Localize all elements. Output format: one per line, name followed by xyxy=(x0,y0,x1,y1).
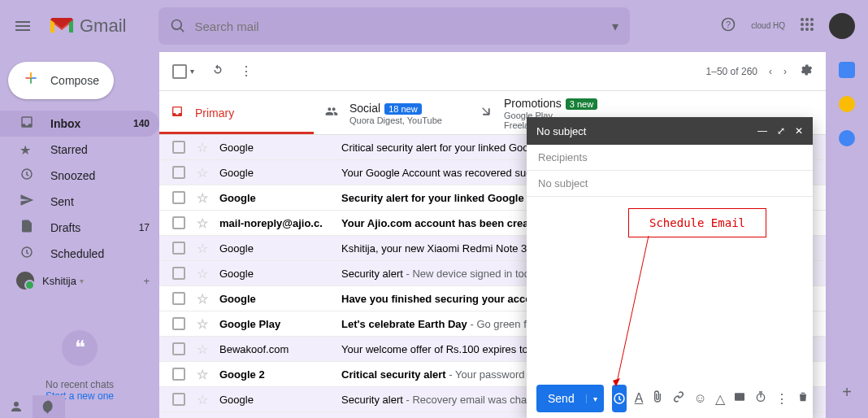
sidebar-item-inbox[interactable]: Inbox140 xyxy=(0,111,159,137)
sender: mail-noreply@ajio.c. xyxy=(219,217,341,229)
sidebar-item-starred[interactable]: ★Starred xyxy=(0,137,159,163)
select-dropdown-icon[interactable]: ▾ xyxy=(190,67,194,76)
subject-field[interactable]: No subject xyxy=(527,171,813,197)
add-contact-icon[interactable]: + xyxy=(143,275,150,287)
plus-icon xyxy=(23,70,39,91)
sidebar-item-drafts[interactable]: Drafts17 xyxy=(0,215,159,241)
schedule-email-button[interactable] xyxy=(612,385,627,412)
formatting-icon[interactable]: A xyxy=(635,391,644,406)
star-icon[interactable]: ☆ xyxy=(197,291,208,307)
select-all-checkbox[interactable] xyxy=(172,64,187,79)
attach-icon[interactable] xyxy=(651,390,664,407)
logo-text: Gmail xyxy=(80,15,126,37)
sidebar-item-scheduled[interactable]: Scheduled xyxy=(0,241,159,267)
star-icon[interactable]: ☆ xyxy=(197,241,208,256)
star-icon[interactable]: ☆ xyxy=(197,266,208,281)
sched-icon xyxy=(20,245,36,263)
close-icon[interactable]: ✕ xyxy=(795,125,803,137)
sidebar-label: Starred xyxy=(50,143,88,156)
settings-icon[interactable] xyxy=(798,63,813,80)
cloudhq-label[interactable]: cloud HQ xyxy=(751,22,785,30)
row-checkbox[interactable] xyxy=(172,342,185,355)
send-button[interactable]: Send ▾ xyxy=(536,385,604,412)
compose-button[interactable]: Compose xyxy=(8,62,114,99)
star-icon[interactable]: ☆ xyxy=(197,392,208,407)
keep-icon[interactable] xyxy=(839,96,855,112)
minimize-icon[interactable]: — xyxy=(757,125,767,137)
menu-icon[interactable] xyxy=(13,16,33,36)
row-checkbox[interactable] xyxy=(172,267,185,280)
star-icon: ★ xyxy=(20,142,36,158)
tab-icon xyxy=(171,105,184,121)
row-checkbox[interactable] xyxy=(172,166,185,179)
refresh-icon[interactable] xyxy=(210,63,225,81)
row-checkbox[interactable] xyxy=(172,292,185,305)
row-checkbox[interactable] xyxy=(172,141,185,154)
link-icon[interactable] xyxy=(672,390,685,407)
send-icon xyxy=(20,193,36,211)
tab-badge: 18 new xyxy=(384,103,421,115)
hangouts-tab-icon[interactable] xyxy=(33,395,65,418)
row-checkbox[interactable] xyxy=(172,368,185,381)
help-icon[interactable]: ? xyxy=(720,16,736,36)
sender: Google Play xyxy=(219,318,341,330)
calendar-icon[interactable] xyxy=(839,62,855,78)
compose-window: No subject — ⤢ ✕ Recipients No subject S… xyxy=(527,117,813,418)
compose-toolbar: Send ▾ A ☺ △ ⋮ xyxy=(527,379,813,418)
star-icon[interactable]: ☆ xyxy=(197,216,208,231)
prev-page-icon[interactable]: ‹ xyxy=(769,66,772,77)
sidebar-item-snoozed[interactable]: Snoozed xyxy=(0,163,159,189)
sidebar-user[interactable]: Kshitija ▾ + xyxy=(0,267,159,290)
timer-icon[interactable] xyxy=(754,390,767,407)
hangouts-text: No recent chats xyxy=(0,379,159,390)
recipients-field[interactable]: Recipients xyxy=(527,145,813,171)
person-icon[interactable] xyxy=(0,395,33,418)
apps-icon[interactable] xyxy=(800,17,814,35)
delete-draft-icon[interactable] xyxy=(796,390,809,407)
account-avatar[interactable] xyxy=(829,13,855,39)
photo-icon[interactable] xyxy=(733,390,746,407)
star-icon[interactable]: ☆ xyxy=(197,165,208,181)
gmail-logo[interactable]: Gmail xyxy=(49,15,126,37)
sidebar-count: 140 xyxy=(133,118,150,129)
row-checkbox[interactable] xyxy=(172,317,185,330)
compose-header[interactable]: No subject — ⤢ ✕ xyxy=(527,117,813,145)
sidebar-count: 17 xyxy=(139,222,150,233)
row-checkbox[interactable] xyxy=(172,216,185,229)
row-checkbox[interactable] xyxy=(172,393,185,406)
star-icon[interactable]: ☆ xyxy=(197,367,208,382)
row-checkbox[interactable] xyxy=(172,191,185,204)
tab-label: Primary xyxy=(195,107,234,120)
add-addon-icon[interactable]: + xyxy=(842,383,852,402)
sidebar-item-sent[interactable]: Sent xyxy=(0,189,159,215)
tab-subtext: Quora Digest, YouTube xyxy=(349,115,442,125)
expand-icon[interactable]: ⤢ xyxy=(777,125,785,137)
row-checkbox[interactable] xyxy=(172,242,185,255)
user-avatar-icon xyxy=(16,272,34,290)
star-icon[interactable]: ☆ xyxy=(197,316,208,332)
tab-primary[interactable]: Primary xyxy=(159,91,314,134)
star-icon[interactable]: ☆ xyxy=(197,140,208,155)
send-dropdown-icon[interactable]: ▾ xyxy=(586,394,604,403)
star-icon[interactable]: ☆ xyxy=(197,190,208,206)
tasks-icon[interactable] xyxy=(839,130,855,146)
emoji-icon[interactable]: ☺ xyxy=(693,391,706,406)
svg-point-2 xyxy=(801,18,804,21)
search-dropdown-icon[interactable]: ▾ xyxy=(612,19,618,34)
svg-point-10 xyxy=(810,28,814,31)
tab-label: Social xyxy=(349,102,380,115)
star-icon[interactable]: ☆ xyxy=(197,342,208,357)
search-icon xyxy=(170,18,186,34)
svg-text:?: ? xyxy=(726,20,731,29)
pagination-text: 1–50 of 260 xyxy=(706,66,757,77)
compose-more-icon[interactable]: ⋮ xyxy=(775,391,788,407)
search-bar[interactable]: ▾ xyxy=(158,7,630,45)
tab-label: Promotions xyxy=(504,97,562,110)
search-input[interactable] xyxy=(194,20,612,33)
more-icon[interactable]: ⋮ xyxy=(240,63,253,79)
tab-social[interactable]: Social18 newQuora Digest, YouTube xyxy=(314,91,468,134)
sender: Google xyxy=(219,242,341,255)
next-page-icon[interactable]: › xyxy=(783,66,787,77)
drive-icon[interactable]: △ xyxy=(715,391,725,407)
sidebar-label: Inbox xyxy=(50,117,80,130)
